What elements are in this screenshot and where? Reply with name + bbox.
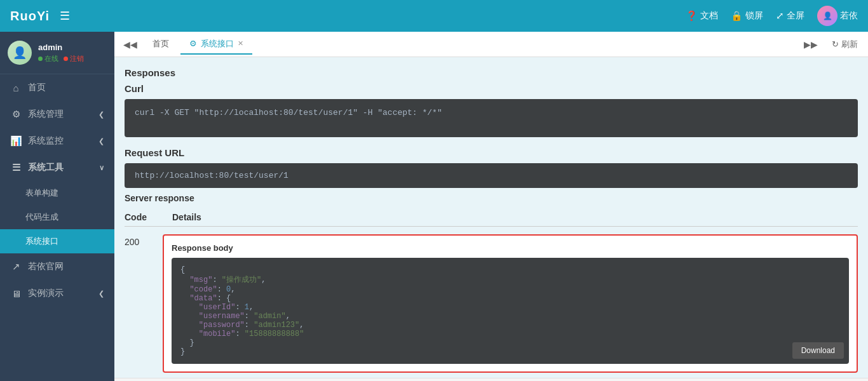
sidebar-item-monitor-label: 系统监控: [28, 135, 64, 147]
tab-home[interactable]: 首页: [144, 34, 178, 55]
sidebar-item-ruoyi-label: 若依官网: [28, 261, 64, 272]
curl-code: curl -X GET "http://localhost:80/test/us…: [135, 108, 442, 117]
request-url-block: http://localhost:80/test/user/1: [125, 163, 858, 188]
tab-bar-right: ▶▶ ↻ 刷新: [800, 36, 863, 53]
refresh-label: 刷新: [841, 39, 858, 50]
response-body-container: Response body { "msg": "操作成功", "code": 0…: [163, 234, 858, 373]
refresh-button[interactable]: ↻ 刷新: [827, 36, 863, 53]
tools-icon: ☰: [10, 162, 22, 173]
examples-icon: 🖥: [10, 288, 22, 299]
sidebar-item-home-label: 首页: [28, 82, 46, 93]
curl-title: Curl: [125, 83, 858, 94]
sidebar-user-section: 👤 admin 在线 注销: [0, 32, 114, 74]
download-button[interactable]: Download: [792, 342, 844, 359]
doc-icon: ❓: [686, 10, 698, 22]
online-dot: [38, 57, 43, 61]
tab-home-label: 首页: [153, 38, 169, 50]
api-label: 系统接口: [25, 236, 58, 247]
request-url-title: Request URL: [125, 147, 858, 158]
sidebar: 👤 admin 在线 注销 ⌂ 首页: [0, 32, 114, 381]
refresh-icon: ↻: [832, 39, 839, 49]
code-column-header: Code: [125, 212, 147, 222]
sidebar-item-examples[interactable]: 🖥 实例演示 ❮: [0, 280, 114, 307]
sidebar-item-system[interactable]: ⚙ 系统管理 ❮: [0, 101, 114, 128]
code-gen-label: 代码生成: [25, 211, 58, 223]
sidebar-item-home[interactable]: ⌂ 首页: [0, 74, 114, 101]
sidebar-nav: ⌂ 首页 ⚙ 系统管理 ❮ 📊 系统监控 ❮ ☰ 系统工具 ∨ 表单构建: [0, 74, 114, 381]
tab-api[interactable]: ⚙ 系统接口 ✕: [180, 34, 252, 55]
tab-api-icon: ⚙: [189, 39, 197, 48]
responses-title: Responses: [125, 67, 858, 78]
sidebar-item-api[interactable]: 系统接口: [0, 229, 114, 253]
sidebar-item-system-label: 系统管理: [28, 109, 64, 120]
online-label: 在线: [44, 54, 58, 64]
main-layout: 👤 admin 在线 注销 ⌂ 首页: [0, 32, 868, 381]
fullscreen-icon: ⤢: [776, 10, 784, 22]
system-icon: ⚙: [10, 109, 22, 120]
response-table-header: Code Details: [125, 208, 858, 227]
json-line-code: "code": 0,: [180, 285, 840, 294]
online-status: 在线: [38, 54, 58, 64]
tab-back-btn[interactable]: ◀◀: [119, 37, 141, 52]
sidebar-item-monitor[interactable]: 📊 系统监控 ❮: [0, 128, 114, 154]
ruoyi-link-icon: ↗: [10, 261, 22, 272]
response-body-title: Response body: [172, 243, 849, 253]
home-icon: ⌂: [10, 83, 22, 93]
sidebar-status: 在线 注销: [38, 54, 107, 64]
footer: https://blog. © 2021 RuoYi Copyright: [114, 378, 868, 381]
server-response-title: Server response: [125, 193, 858, 203]
tab-forward-btn[interactable]: ▶▶: [800, 37, 822, 52]
swagger-section: Responses Curl curl -X GET "http://local…: [114, 57, 868, 378]
logout-status[interactable]: 注销: [64, 54, 84, 64]
lock-icon: 🔒: [731, 10, 743, 22]
sidebar-username: admin: [38, 43, 107, 52]
sidebar-item-ruoyi[interactable]: ↗ 若依官网: [0, 253, 114, 280]
avatar: 👤: [817, 6, 837, 26]
json-line-username: "username": "admin",: [180, 312, 840, 321]
request-url-value: http://localhost:80/test/user/1: [135, 171, 288, 180]
logout-label: 注销: [70, 54, 84, 64]
user-nav-item[interactable]: 👤 若依: [817, 6, 858, 26]
lock-label: 锁屏: [745, 10, 763, 22]
system-collapse-arrow: ❮: [98, 110, 104, 119]
content-area: ◀◀ 首页 ⚙ 系统接口 ✕ ▶▶ ↻ 刷新 Responses: [114, 32, 868, 381]
monitor-icon: 📊: [10, 135, 22, 147]
doc-label: 文档: [700, 10, 718, 22]
tab-api-label: 系统接口: [201, 38, 234, 50]
fullscreen-nav-item[interactable]: ⤢ 全屏: [776, 10, 804, 22]
response-row-200: 200 Response body { "msg": "操作成功", "code…: [125, 229, 858, 378]
sidebar-avatar: 👤: [8, 41, 32, 65]
top-header: RuoYi ☰ ❓ 文档 🔒 锁屏 ⤢ 全屏 👤 若依: [0, 0, 868, 32]
tab-bar: ◀◀ 首页 ⚙ 系统接口 ✕ ▶▶ ↻ 刷新: [114, 32, 868, 57]
json-line-password: "password": "admin123",: [180, 321, 840, 330]
sidebar-item-code-gen[interactable]: 代码生成: [0, 205, 114, 229]
main-content: Responses Curl curl -X GET "http://local…: [114, 57, 868, 381]
lock-nav-item[interactable]: 🔒 锁屏: [731, 10, 763, 22]
doc-nav-item[interactable]: ❓ 文档: [686, 10, 718, 22]
examples-collapse-arrow: ❮: [98, 290, 104, 298]
user-label: 若依: [840, 10, 858, 22]
json-line-mobile: "mobile": "15888888888": [180, 330, 840, 338]
curl-code-block: curl -X GET "http://localhost:80/test/us…: [125, 99, 858, 137]
monitor-collapse-arrow: ❮: [98, 137, 104, 145]
fullscreen-label: 全屏: [787, 10, 804, 22]
response-status-code: 200: [125, 234, 163, 247]
menu-toggle-icon[interactable]: ☰: [60, 9, 70, 23]
sidebar-item-form-build[interactable]: 表单构建: [0, 181, 114, 205]
form-build-label: 表单构建: [25, 187, 58, 199]
json-line-msg: "msg": "操作成功",: [180, 274, 840, 285]
json-line-open-brace: {: [180, 265, 840, 274]
header-left: RuoYi ☰: [10, 9, 70, 23]
json-line-data-open: "data": {: [180, 294, 840, 303]
json-line-close-brace: }: [180, 347, 840, 356]
header-right: ❓ 文档 🔒 锁屏 ⤢ 全屏 👤 若依: [686, 6, 858, 26]
logout-dot: [64, 57, 68, 61]
tab-api-close-icon[interactable]: ✕: [238, 39, 243, 48]
sidebar-item-tools[interactable]: ☰ 系统工具 ∨: [0, 154, 114, 181]
response-code-block: { "msg": "操作成功", "code": 0, "data": { "u…: [172, 258, 849, 364]
json-line-data-close: }: [180, 338, 840, 347]
json-line-userid: "userId": 1,: [180, 303, 840, 312]
tools-collapse-arrow: ∨: [99, 164, 104, 172]
sidebar-item-tools-label: 系统工具: [28, 162, 64, 173]
app-logo: RuoYi: [10, 9, 50, 23]
